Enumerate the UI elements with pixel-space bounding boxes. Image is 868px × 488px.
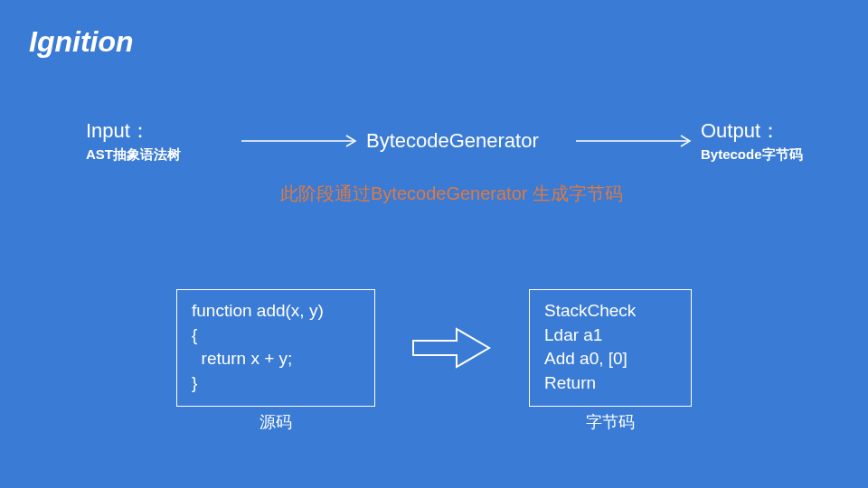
flow-input-sublabel: AST抽象语法树 <box>86 146 240 164</box>
bytecode-box: StackCheck Ldar a1 Add a0, [0] Return <box>529 289 692 407</box>
source-code-box: function add(x, y) { return x + y; } <box>176 289 375 407</box>
caption-spacer <box>411 411 493 433</box>
caption-row: 源码 字节码 <box>0 411 868 433</box>
flow-row: Input： AST抽象语法树 BytecodeGenerator Output… <box>0 117 868 164</box>
page-title: Ignition <box>29 25 134 59</box>
caption-bytecode: 字节码 <box>529 411 692 433</box>
flow-output-node: Output： Bytecode字节码 <box>701 117 854 164</box>
arrow-right-icon <box>240 132 366 150</box>
flow-input-node: Input： AST抽象语法树 <box>86 117 240 164</box>
arrow-right-icon <box>574 132 701 150</box>
flow-center-label: BytecodeGenerator <box>366 129 574 153</box>
stage-annotation: 此阶段通过BytecodeGenerator 生成字节码 <box>280 181 623 206</box>
big-arrow-right-icon <box>411 325 493 371</box>
caption-source: 源码 <box>176 411 375 433</box>
flow-input-label: Input： <box>86 117 240 145</box>
flow-center-node: BytecodeGenerator <box>366 129 574 153</box>
example-row: function add(x, y) { return x + y; } Sta… <box>0 289 868 407</box>
flow-output-label: Output： <box>701 117 854 145</box>
flow-output-sublabel: Bytecode字节码 <box>701 146 854 164</box>
